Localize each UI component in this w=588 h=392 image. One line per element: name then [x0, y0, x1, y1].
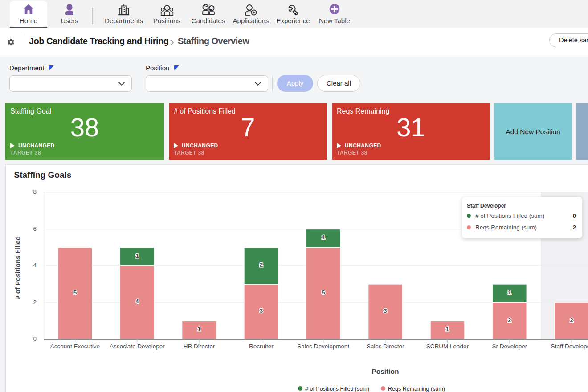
svg-text:Reqs Remaining (sum): Reqs Remaining (sum)	[388, 386, 445, 392]
svg-text:# of Positions Filled (sum): # of Positions Filled (sum)	[305, 386, 369, 392]
svg-text:2: 2	[33, 299, 37, 306]
svg-text:5: 5	[322, 289, 325, 296]
svg-text:HR Director: HR Director	[184, 343, 215, 350]
svg-text:0: 0	[33, 335, 37, 342]
svg-text:1: 1	[322, 234, 325, 241]
svg-text:2: 2	[570, 317, 573, 323]
svg-text:Staff Developer: Staff Developer	[551, 343, 588, 350]
svg-text:5: 5	[74, 289, 77, 296]
svg-text:2: 2	[508, 317, 511, 323]
svg-text:Sr Developer: Sr Developer	[492, 343, 527, 350]
svg-text:3: 3	[384, 307, 387, 314]
svg-text:Associate Developer: Associate Developer	[110, 343, 165, 350]
svg-text:3: 3	[260, 307, 263, 314]
svg-text:8: 8	[33, 188, 37, 195]
svg-text:Sales Development: Sales Development	[297, 343, 349, 350]
svg-text:# of Positions Filled: # of Positions Filled	[14, 236, 21, 299]
svg-text:4: 4	[33, 262, 37, 269]
svg-text:Recruiter: Recruiter	[249, 343, 274, 350]
svg-text:2: 2	[260, 261, 263, 268]
svg-text:SCRUM Leader: SCRUM Leader	[426, 343, 469, 350]
svg-text:1: 1	[135, 253, 139, 259]
svg-text:6: 6	[33, 225, 37, 232]
svg-text:1: 1	[508, 289, 511, 296]
svg-text:1: 1	[446, 326, 449, 332]
svg-text:4: 4	[135, 298, 139, 305]
svg-text:Account Executive: Account Executive	[50, 343, 100, 350]
svg-text:Sales Director: Sales Director	[367, 343, 404, 350]
svg-text:1: 1	[197, 326, 201, 332]
svg-text:Position: Position	[372, 368, 399, 375]
